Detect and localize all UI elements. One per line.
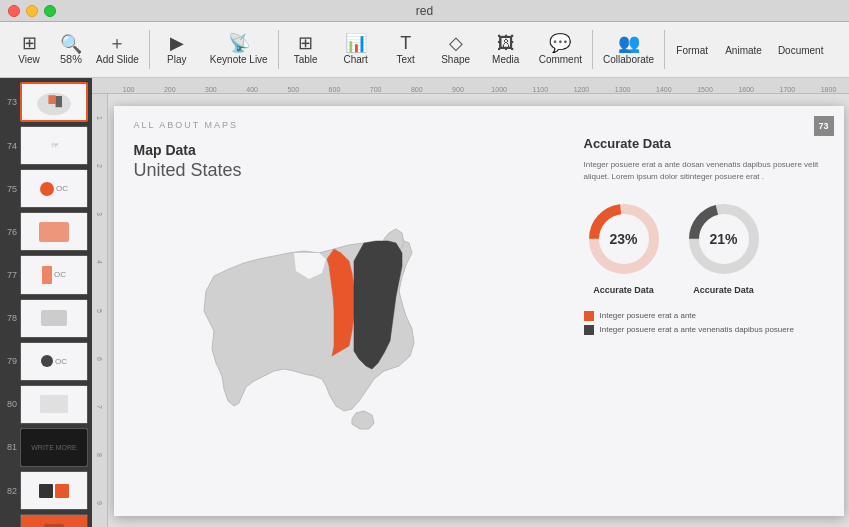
slide-thumb-75[interactable]: OC — [20, 169, 88, 208]
slide-num-76: 76 — [4, 227, 17, 237]
donut-wrapper-2: 21% — [684, 199, 764, 279]
table-button[interactable]: ⊞ Table — [281, 22, 331, 77]
add-slide-button[interactable]: ＋ Add Slide — [88, 22, 147, 77]
donut-label-1: 23% — [609, 231, 637, 247]
separator-4 — [664, 30, 665, 69]
play-button[interactable]: ▶ Play — [152, 22, 202, 77]
add-slide-label: Add Slide — [96, 54, 139, 65]
slide-thumb-83[interactable] — [20, 514, 88, 527]
legend-row-2: Integer posuere erat a ante venenatis da… — [584, 325, 824, 335]
format-label: Format — [676, 45, 708, 56]
animate-label: Animate — [725, 45, 762, 56]
slide-num-74: 74 — [4, 141, 17, 151]
chart-icon: 📊 — [345, 34, 367, 52]
shape-icon: ◇ — [449, 34, 463, 52]
legend-box-2 — [584, 325, 594, 335]
view-label: View — [18, 54, 40, 65]
collaborate-button[interactable]: 👥 Collaborate — [595, 22, 662, 77]
accurate-data-text: Integer posuere erat a ante dosan venena… — [584, 159, 824, 183]
shape-label: Shape — [441, 54, 470, 65]
slide-thumb-73[interactable] — [20, 82, 88, 122]
text-button[interactable]: T Text — [381, 22, 431, 77]
map-subtitle: United States — [134, 160, 474, 181]
maximize-button[interactable] — [44, 5, 56, 17]
slide-thumb-80[interactable] — [20, 385, 88, 424]
zoom-control[interactable]: 🔍 58% — [54, 22, 88, 77]
comment-icon: 💬 — [549, 34, 571, 52]
play-icon: ▶ — [170, 34, 184, 52]
donut-label-2: 21% — [709, 231, 737, 247]
slide-thumb-77[interactable]: OC — [20, 255, 88, 294]
media-button[interactable]: 🖼 Media — [481, 22, 531, 77]
traffic-lights — [8, 5, 56, 17]
animate-button[interactable]: Animate — [717, 22, 770, 77]
svg-rect-2 — [56, 96, 62, 107]
chart-label: Chart — [343, 54, 367, 65]
media-icon: 🖼 — [497, 34, 515, 52]
accurate-data-title: Accurate Data — [584, 136, 824, 151]
main-area: 73 7 — [0, 78, 849, 527]
keynote-live-label: Keynote Live — [210, 54, 268, 65]
slide-thumb-81[interactable]: WRITE MORE — [20, 428, 88, 467]
close-button[interactable] — [8, 5, 20, 17]
slide-num-81: 81 — [4, 442, 17, 452]
map-data-title: Map Data — [134, 142, 474, 158]
toolbar: ⊞ View 🔍 58% ＋ Add Slide ▶ Play 📡 Keynot… — [0, 22, 849, 78]
slide-header-label: ALL ABOUT MAPS — [134, 120, 239, 130]
separator-1 — [149, 30, 150, 69]
slide-canvas: ALL ABOUT MAPS 73 Map Data United States — [114, 106, 844, 516]
title-bar: red — [0, 0, 849, 22]
shape-button[interactable]: ◇ Shape — [431, 22, 481, 77]
slide-panel: 73 7 — [0, 78, 92, 527]
donut-chart-2: 21% Accurate Data — [684, 199, 764, 295]
zoom-icon: 🔍 — [60, 35, 82, 53]
slide-thumb-74[interactable]: 🗺 — [20, 126, 88, 165]
view-button[interactable]: ⊞ View — [4, 22, 54, 77]
slide-thumb-79[interactable]: OC — [20, 342, 88, 381]
separator-3 — [592, 30, 593, 69]
thumb-australia-map — [34, 88, 74, 116]
comment-button[interactable]: 💬 Comment — [531, 22, 590, 77]
add-slide-icon: ＋ — [108, 34, 126, 52]
document-label: Document — [778, 45, 824, 56]
play-label: Play — [167, 54, 186, 65]
slide-number-badge: 73 — [814, 116, 834, 136]
slide-num-75: 75 — [4, 184, 17, 194]
slide-thumb-78[interactable] — [20, 299, 88, 338]
chart-button[interactable]: 📊 Chart — [331, 22, 381, 77]
text-icon: T — [400, 34, 411, 52]
comment-label: Comment — [539, 54, 582, 65]
legend-box-1 — [584, 311, 594, 321]
canvas-area: 100 200 300 400 500 600 700 800 900 1000… — [92, 78, 849, 527]
donut-wrapper-1: 23% — [584, 199, 664, 279]
slide-num-82: 82 — [4, 486, 17, 496]
map-section: Map Data United States — [134, 142, 474, 445]
legend-row-1: Integer posuere erat a ante — [584, 311, 824, 321]
window-title: red — [416, 4, 433, 18]
collaborate-icon: 👥 — [618, 34, 640, 52]
slide-num-78: 78 — [4, 313, 17, 323]
media-label: Media — [492, 54, 519, 65]
slide-num-73: 73 — [4, 97, 17, 107]
text-label: Text — [397, 54, 415, 65]
table-icon: ⊞ — [298, 34, 313, 52]
collaborate-label: Collaborate — [603, 54, 654, 65]
donut-caption-2: Accurate Data — [693, 285, 754, 295]
keynote-live-button[interactable]: 📡 Keynote Live — [202, 22, 276, 77]
document-button[interactable]: Document — [770, 22, 832, 77]
minimize-button[interactable] — [26, 5, 38, 17]
donut-caption-1: Accurate Data — [593, 285, 654, 295]
ruler-horizontal: 100 200 300 400 500 600 700 800 900 1000… — [92, 78, 849, 94]
format-button[interactable]: Format — [667, 22, 717, 77]
legend-text-2: Integer posuere erat a ante venenatis da… — [600, 325, 794, 334]
legend-text-1: Integer posuere erat a ante — [600, 311, 697, 320]
table-label: Table — [294, 54, 318, 65]
slide-thumb-76[interactable] — [20, 212, 88, 251]
separator-2 — [278, 30, 279, 69]
donut-chart-1: 23% Accurate Data — [584, 199, 664, 295]
zoom-value: 58% — [60, 53, 82, 65]
donut-charts-row: 23% Accurate Data — [584, 199, 824, 295]
slide-thumb-82[interactable] — [20, 471, 88, 510]
ruler-vertical: 1 2 3 4 5 6 7 8 9 — [92, 94, 108, 527]
svg-rect-1 — [48, 95, 55, 104]
